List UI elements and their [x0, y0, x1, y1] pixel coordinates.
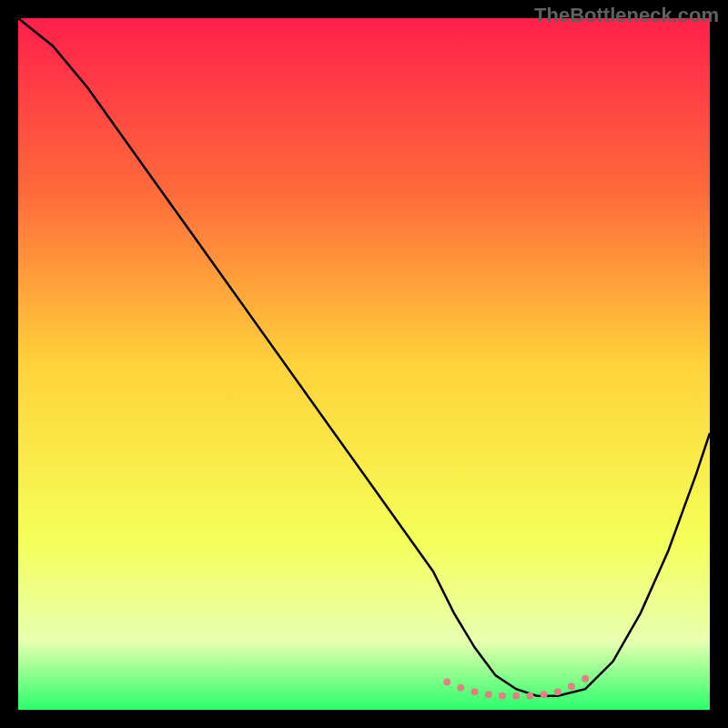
marker-dot	[499, 693, 506, 700]
gradient-background	[18, 18, 710, 710]
marker-dot	[581, 675, 589, 682]
marker-dot	[443, 679, 450, 686]
marker-dot	[526, 693, 533, 700]
chart-canvas	[18, 18, 710, 710]
marker-dot	[485, 691, 492, 698]
marker-dot	[568, 682, 575, 690]
chart-svg	[18, 18, 710, 710]
watermark-text: TheBottleneck.com	[534, 4, 719, 27]
marker-dot	[554, 688, 561, 695]
marker-dot	[541, 691, 548, 698]
marker-dot	[471, 688, 479, 695]
marker-dot	[457, 684, 464, 692]
marker-dot	[512, 693, 520, 700]
